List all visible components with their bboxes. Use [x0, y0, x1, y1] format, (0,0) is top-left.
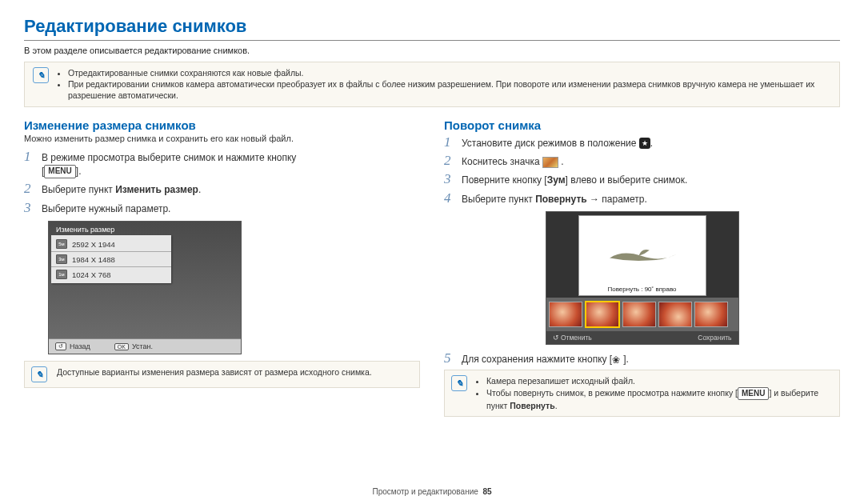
resize-heading: Изменение размера снимков — [24, 118, 420, 132]
page-number: 85 — [482, 487, 491, 496]
screenshot-footer: ↺ Отменить Сохранить — [546, 331, 738, 344]
step-number: 1 — [444, 135, 455, 150]
bird-illustration — [591, 246, 692, 266]
step-text: Коснитесь значка — [462, 156, 542, 167]
mode-dial-icon: ★ — [639, 138, 650, 149]
rotate-note: ✎ Камера перезапишет исходный файл. Чтоб… — [444, 370, 840, 416]
note-item: Камера перезапишет исходный файл. — [486, 375, 833, 386]
size-option[interactable]: 3м1984 X 1488 — [51, 252, 171, 267]
step-text: → параметр. — [587, 194, 647, 205]
screenshot-footer: ↺Назад OKУстан. — [49, 338, 241, 354]
note-item: При редактировании снимков камера автома… — [68, 78, 831, 101]
step-body: Выберите пункт Изменить размер. — [42, 182, 420, 197]
menu-icon: MENU — [738, 387, 769, 400]
size-label: 2592 X 1944 — [72, 240, 115, 249]
note-icon: ✎ — [33, 67, 49, 83]
back-button[interactable]: ↺Назад — [55, 342, 90, 350]
note-content: Отредактированные снимки сохраняются как… — [58, 67, 831, 102]
step-number: 3 — [24, 201, 35, 216]
size-option[interactable]: 5м2592 X 1944 — [51, 237, 171, 252]
bracket-close: ]. — [76, 166, 82, 177]
resolution-icon: 1м — [56, 270, 67, 279]
step-body: Выберите пункт Повернуть → параметр. — [462, 191, 840, 206]
step-number: 3 — [444, 172, 455, 187]
step-number: 2 — [444, 154, 455, 169]
step-number: 4 — [444, 191, 455, 206]
undo-icon: ↺ — [553, 334, 559, 342]
rotate-heading: Поворот снимка — [444, 118, 840, 132]
resize-subintro: Можно изменить размер снимка и сохранить… — [24, 134, 420, 143]
step-text: Поверните кнопку [ — [462, 174, 547, 186]
ok-label: Устан. — [132, 342, 153, 350]
intro-text: В этом разделе описывается редактировани… — [24, 46, 840, 55]
size-label: 1984 X 1488 — [72, 255, 115, 264]
cancel-button[interactable]: ↺ Отменить — [553, 334, 592, 342]
size-label: 1024 X 768 — [72, 270, 111, 279]
title-rule — [24, 40, 840, 41]
footer-section: Просмотр и редактирование — [372, 487, 478, 496]
thumbnail-selected[interactable] — [585, 301, 620, 328]
note-icon: ✎ — [31, 366, 47, 382]
resolution-icon: 5м — [56, 239, 67, 249]
ok-button[interactable]: OKУстан. — [114, 342, 153, 350]
step-body: Установите диск режимов в положение ★. — [462, 135, 840, 150]
thumbnail[interactable] — [694, 302, 728, 327]
note-text-bold: Повернуть — [510, 401, 554, 410]
back-label: Назад — [70, 342, 90, 350]
resolution-icon: 3м — [56, 254, 67, 264]
step-text-bold: Повернуть — [535, 194, 587, 205]
menu-icon: MENU — [44, 165, 75, 178]
step-text: Установите диск режимов в положение — [462, 138, 639, 149]
size-list: 5м2592 X 1944 3м1984 X 1488 1м1024 X 768 — [51, 235, 171, 283]
note-item: Чтобы повернуть снимок, в режиме просмот… — [486, 387, 833, 411]
note-icon: ✎ — [451, 375, 467, 391]
step-text: Выберите пункт — [42, 184, 115, 195]
step-text: . — [198, 184, 201, 195]
preview-image: Повернуть : 90˚ вправо — [578, 215, 706, 296]
note-content: Камера перезапишет исходный файл. Чтобы … — [477, 375, 833, 410]
step-body: В режиме просмотра выберите снимок и наж… — [42, 150, 420, 179]
note-item: Отредактированные снимки сохраняются как… — [68, 67, 831, 78]
thumbnail-strip — [546, 298, 738, 331]
page-title: Редактирование снимков — [24, 16, 840, 37]
step-body: Выберите нужный параметр. — [42, 201, 420, 216]
step-text-bold: Изменить размер — [115, 184, 198, 195]
step-text: ] влево и выберите снимок. — [566, 174, 688, 186]
screenshot-title: Изменить размер — [51, 224, 238, 235]
step-text: Для сохранения нажмите кнопку [ — [462, 354, 612, 365]
macro-icon: ❀ — [612, 354, 623, 365]
step-text: . — [650, 138, 653, 149]
step-body: Коснитесь значка . — [462, 154, 840, 169]
screenshot-rotate: Повернуть : 90˚ вправо ↺ Отменить Сохран… — [546, 211, 739, 345]
step-body: Для сохранения нажмите кнопку [❀]. — [462, 351, 840, 366]
page-footer: Просмотр и редактирование 85 — [0, 487, 864, 496]
note-text: . — [555, 401, 558, 410]
resize-note: ✎ Доступные варианты изменения размера з… — [24, 361, 420, 388]
step-number: 2 — [24, 182, 35, 197]
cancel-label: Отменить — [561, 334, 592, 342]
note-text: Доступные варианты изменения размера зав… — [57, 366, 372, 378]
step-text: Выберите пункт — [462, 194, 535, 205]
note-text: Чтобы повернуть снимок, в режиме просмот… — [486, 388, 738, 398]
thumbnail[interactable] — [622, 302, 656, 327]
back-icon: ↺ — [55, 342, 66, 350]
step-text: . — [558, 156, 564, 167]
thumbnail[interactable] — [549, 302, 582, 327]
step-body: Поверните кнопку [Зум] влево и выберите … — [462, 172, 840, 187]
save-button[interactable]: Сохранить — [698, 334, 731, 342]
step-text: В режиме просмотра выберите снимок и наж… — [42, 152, 296, 163]
screenshot-resize: Изменить размер 5м2592 X 1944 3м1984 X 1… — [48, 221, 242, 354]
column-rotate: Поворот снимка 1 Установите диск режимов… — [444, 118, 840, 417]
step-text: ]. — [623, 354, 629, 365]
step-number: 1 — [24, 150, 35, 179]
column-resize: Изменение размера снимков Можно изменить… — [24, 118, 420, 417]
magic-frame-icon — [542, 157, 558, 168]
step-text-bold: Зум — [547, 174, 566, 186]
thumbnail[interactable] — [658, 302, 692, 327]
step-number: 5 — [444, 351, 455, 366]
global-note: ✎ Отредактированные снимки сохраняются к… — [24, 62, 840, 107]
rotate-caption: Повернуть : 90˚ вправо — [579, 285, 706, 294]
ok-icon: OK — [114, 343, 129, 350]
size-option[interactable]: 1м1024 X 768 — [51, 267, 171, 282]
